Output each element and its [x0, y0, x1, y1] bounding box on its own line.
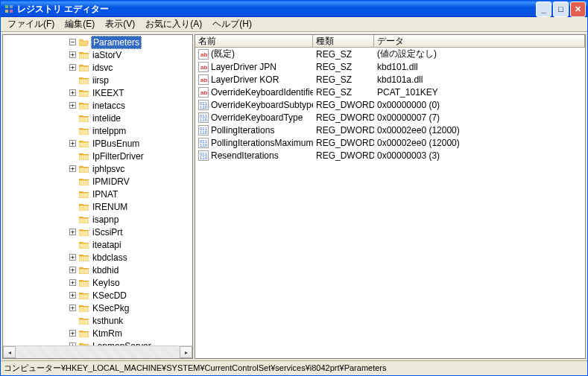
scroll-left-button[interactable]: ◂ [3, 346, 16, 358]
list-row[interactable]: OverrideKeyboardTypeREG_DWORD0x00000007 … [195, 111, 585, 124]
tree-item[interactable]: +IPBusEnum [69, 137, 174, 150]
menu-view[interactable]: 表示(V) [100, 16, 140, 32]
tree-item-label[interactable]: KeyIso [91, 277, 121, 289]
tree-item[interactable]: IPNAT [69, 188, 174, 200]
tree-item-label[interactable]: idsvc [91, 62, 114, 74]
tree-item[interactable]: +LanmanServer [69, 340, 174, 345]
tree-item-label[interactable]: intelppm [91, 125, 127, 137]
string-value-icon [198, 87, 209, 98]
tree-item-label[interactable]: intelide [91, 112, 122, 124]
tree-item[interactable]: IpFilterDriver [69, 150, 174, 162]
tree-item-label[interactable]: kbdhid [91, 264, 120, 276]
dword-value-icon [198, 100, 209, 110]
tree-item-label[interactable]: IKEEXT [91, 87, 126, 99]
tree-item-label[interactable]: iaStorV [91, 49, 123, 61]
tree-item[interactable]: intelide [69, 112, 174, 124]
tree-item[interactable]: isapnp [69, 213, 174, 226]
tree-item[interactable]: +idsvc [69, 61, 174, 74]
tree-item[interactable]: +KtmRm [69, 327, 174, 340]
column-header-type[interactable]: 種類 [313, 35, 374, 47]
tree-item-label[interactable]: IPNAT [91, 188, 119, 200]
folder-icon [79, 278, 89, 287]
list-row[interactable]: OverrideKeyboardIdentifierREG_SZPCAT_101… [195, 86, 585, 98]
tree-item-label[interactable]: iteatapi [91, 239, 123, 251]
tree-item[interactable]: iirsp [69, 74, 174, 86]
scroll-right-button[interactable]: ▸ [180, 346, 192, 358]
close-button[interactable]: ✕ [570, 1, 586, 17]
tree-item[interactable]: intelppm [69, 124, 174, 137]
tree-item-label[interactable]: Parameters [91, 36, 142, 49]
tree-item[interactable]: IPMIDRV [69, 175, 174, 188]
tree-item[interactable]: +kbdclass [69, 251, 174, 264]
tree-item[interactable]: +iScsiPrt [69, 226, 174, 238]
tree-item[interactable]: +iphlpsvc [69, 162, 174, 175]
tree-item[interactable]: +IKEEXT [69, 86, 174, 99]
list-row[interactable]: PollingIterationsMaximumREG_DWORD0x00002… [195, 136, 585, 149]
tree-item[interactable]: iteatapi [69, 238, 174, 251]
tree-item[interactable]: +KSecPkg [69, 302, 174, 314]
value-type-cell: REG_DWORD [313, 150, 374, 161]
tree-item-label[interactable]: IpFilterDriver [91, 150, 145, 162]
list-row[interactable]: (既定)REG_SZ(値の設定なし) [195, 48, 585, 60]
tree-item-label[interactable]: iphlpsvc [91, 163, 126, 175]
dword-value-icon [198, 138, 209, 148]
list-row[interactable]: LayerDriver JPNREG_SZkbd101.dll [195, 60, 585, 73]
tree-item[interactable]: +inetaccs [69, 99, 174, 112]
tree-item-label[interactable]: KSecDD [91, 290, 128, 302]
tree-item-label[interactable]: iScsiPrt [91, 226, 124, 238]
minimize-button[interactable]: _ [536, 1, 551, 17]
expand-icon[interactable]: + [69, 342, 76, 345]
titlebar[interactable]: レジストリ エディター _ □ ✕ [1, 1, 587, 17]
scroll-track[interactable] [16, 346, 180, 358]
expand-icon[interactable]: + [69, 89, 76, 96]
tree-item[interactable]: +iaStorV [69, 48, 174, 61]
tree-item[interactable]: +KSecDD [69, 289, 174, 302]
folder-icon [79, 139, 89, 147]
tree-item[interactable]: −Parameters [69, 36, 174, 48]
tree-item[interactable]: +kbdhid [69, 264, 174, 276]
maximize-button[interactable]: □ [553, 1, 569, 17]
tree-item-label[interactable]: IRENUM [91, 201, 129, 213]
tree-scrollbar-horizontal[interactable]: ◂ ▸ [3, 345, 192, 358]
tree-item-label[interactable]: LanmanServer [91, 340, 153, 346]
expand-icon[interactable]: + [69, 279, 76, 286]
tree-item-label[interactable]: KtmRm [91, 328, 124, 340]
list-row[interactable]: LayerDriver KORREG_SZkbd101a.dll [195, 73, 585, 86]
menu-help[interactable]: ヘルプ(H) [207, 16, 257, 32]
menu-favorites[interactable]: お気に入り(A) [140, 16, 207, 32]
column-header-name[interactable]: 名前 [195, 35, 313, 47]
expand-icon[interactable]: + [69, 330, 76, 337]
tree-body[interactable]: −Parameters+iaStorV+idsvciirsp+IKEEXT+in… [3, 35, 192, 345]
list-row[interactable]: OverrideKeyboardSubtypeREG_DWORD0x000000… [195, 98, 585, 111]
value-data-cell: kbd101a.dll [374, 74, 585, 85]
expand-icon[interactable]: + [69, 292, 76, 299]
tree-item-label[interactable]: ksthunk [91, 315, 124, 327]
tree-item-label[interactable]: iirsp [91, 74, 110, 86]
expand-icon[interactable]: + [69, 102, 76, 109]
list-body[interactable]: (既定)REG_SZ(値の設定なし)LayerDriver JPNREG_SZk… [195, 48, 585, 358]
tree-item-label[interactable]: KSecPkg [91, 302, 130, 314]
tree-item-label[interactable]: inetaccs [91, 100, 127, 112]
tree-item[interactable]: ksthunk [69, 314, 174, 327]
expand-icon[interactable]: + [69, 229, 76, 235]
expand-icon[interactable]: + [69, 140, 76, 147]
expand-icon[interactable]: + [69, 51, 76, 58]
tree-item[interactable]: +KeyIso [69, 276, 174, 289]
expand-icon[interactable]: + [69, 165, 76, 172]
column-header-data[interactable]: データ [374, 35, 585, 47]
collapse-icon[interactable]: − [69, 39, 76, 45]
expand-icon[interactable]: + [69, 267, 76, 273]
menu-edit[interactable]: 編集(E) [60, 16, 100, 32]
value-name-cell: LayerDriver KOR [195, 74, 313, 85]
tree-item-label[interactable]: IPBusEnum [91, 138, 141, 150]
list-row[interactable]: PollingIterationsREG_DWORD0x00002ee0 (12… [195, 124, 585, 136]
expand-icon[interactable]: + [69, 305, 76, 311]
tree-item-label[interactable]: isapnp [91, 214, 120, 226]
tree-item-label[interactable]: IPMIDRV [91, 176, 131, 188]
tree-item[interactable]: IRENUM [69, 200, 174, 213]
menu-file[interactable]: ファイル(F) [2, 16, 60, 32]
expand-icon[interactable]: + [69, 64, 76, 71]
list-row[interactable]: ResendIterationsREG_DWORD0x00000003 (3) [195, 149, 585, 162]
tree-item-label[interactable]: kbdclass [91, 252, 129, 264]
expand-icon[interactable]: + [69, 254, 76, 261]
